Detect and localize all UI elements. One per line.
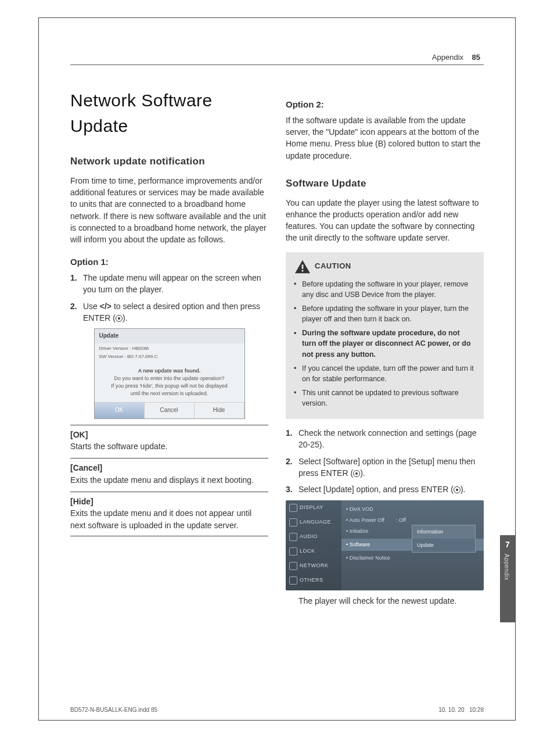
footer: BD572-N-BUSALLK-ENG.indd 85 10. 10. 20 1… — [70, 707, 484, 713]
section-tab: 7 Appendix — [500, 535, 515, 622]
intro-paragraph: From time to time, performance improveme… — [70, 175, 268, 246]
su-step-1: 1. Check the network connection and sett… — [286, 427, 484, 451]
setup-menu-screenshot: DISPLAY LANGUAGE AUDIO LOCK NETWORK OTHE… — [286, 500, 484, 590]
ss2-popup: Information Update — [412, 525, 476, 553]
enter-icon — [454, 486, 461, 493]
def-hide: [Hide] Exits the update menu and it does… — [70, 492, 268, 536]
step-1: 1. The update menu will appear on the sc… — [70, 272, 268, 296]
def-ok: [OK] Starts the software update. — [70, 425, 268, 453]
page-title: Network Software Update — [70, 88, 268, 138]
manual-page: Appendix 85 Network Software Update Netw… — [38, 17, 516, 721]
right-column: Option 2: If the software update is avai… — [286, 88, 484, 685]
header-rule — [70, 65, 484, 65]
svg-rect-0 — [302, 264, 304, 268]
step-2: 2. Use </> to select a desired option an… — [70, 300, 268, 324]
dlg-ok: OK — [95, 403, 145, 418]
enter-icon — [353, 470, 360, 477]
option1-heading: Option 1: — [70, 256, 268, 268]
su-step-3: 3. Select [Update] option, and press ENT… — [286, 483, 484, 495]
su-intro: You can update the player using the late… — [286, 197, 484, 244]
caution-heading: CAUTION — [294, 259, 476, 274]
dlg-cancel: Cancel — [145, 403, 195, 418]
enter-icon — [116, 315, 123, 322]
su-step-2: 2. Select [Software] option in the [Setu… — [286, 456, 484, 479]
heading-network-update: Network update notification — [70, 155, 268, 169]
content-columns: Network Software Update Network update n… — [70, 88, 484, 685]
running-header: Appendix 85 — [432, 53, 480, 62]
option2-heading: Option 2: — [286, 98, 484, 111]
left-column: Network Software Update Network update n… — [70, 88, 268, 685]
def-cancel: [Cancel] Exits the update menu and displ… — [70, 458, 268, 486]
svg-rect-1 — [302, 270, 304, 271]
update-dialog-screenshot: Update Driver Version : HB0286 SW Versio… — [94, 328, 245, 418]
heading-software-update: Software Update — [286, 177, 484, 191]
caution-icon — [294, 259, 311, 274]
caution-box: CAUTION Before updating the software in … — [286, 252, 484, 419]
ss2-sidebar: DISPLAY LANGUAGE AUDIO LOCK NETWORK OTHE… — [286, 500, 341, 590]
su-after: The player will check for the newest upd… — [286, 595, 484, 607]
option2-text: If the software update is available from… — [286, 114, 484, 162]
dlg-hide: Hide — [195, 403, 244, 418]
